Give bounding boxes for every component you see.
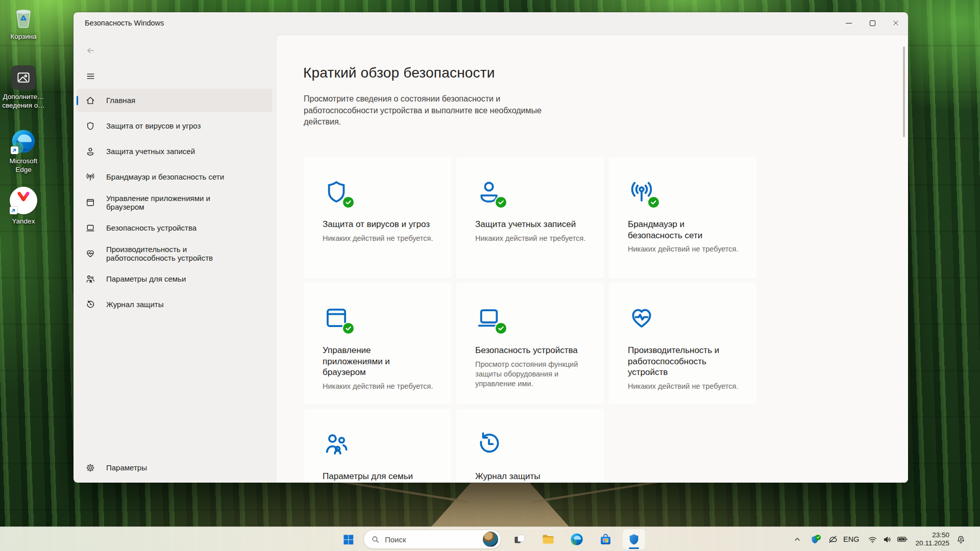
menu-button[interactable]: [82, 68, 99, 84]
edge-icon: [570, 533, 583, 546]
search-box[interactable]: Поиск: [363, 530, 501, 549]
person-icon: [85, 146, 95, 157]
desktop-icon-label: Edge: [0, 165, 47, 174]
sidebar-item-firewall-network[interactable]: Брандмауэр и безопасность сети: [77, 165, 272, 189]
card-virus-threat-protection[interactable]: Защита от вирусов и угроз Никаких действ…: [303, 157, 452, 279]
store-icon: [599, 533, 612, 546]
card-title: Производительность и работоспособность у…: [628, 345, 742, 378]
heart-pulse-icon: [628, 304, 655, 332]
sidebar-item-virus-threat-protection[interactable]: Защита от вирусов и угроз: [77, 114, 272, 138]
search-highlight-avatar[interactable]: [483, 532, 498, 547]
tray-security-icon[interactable]: [808, 535, 821, 544]
sidebar-item-settings[interactable]: Параметры: [77, 456, 272, 480]
history-icon: [475, 430, 503, 458]
ok-check-icon: [647, 196, 660, 209]
sidebar-item-label: Управление приложениями и: [106, 194, 210, 203]
card-status: Никаких действий не требуется.: [475, 234, 589, 243]
desktop-icon-label: Microsoft: [0, 157, 47, 165]
sidebar-item-label: Главная: [106, 96, 135, 105]
card-title: Защита учетных записей: [475, 219, 589, 230]
windows-security-button[interactable]: [623, 529, 645, 549]
start-button[interactable]: [337, 529, 359, 549]
tray-language[interactable]: ENG: [843, 535, 859, 543]
file-explorer-button[interactable]: [537, 529, 559, 549]
laptop-icon: [85, 223, 95, 233]
desktop-icon-label: Корзина: [0, 32, 47, 41]
network-icon: [85, 172, 95, 182]
card-title: Брандмауэр и безопасность сети: [628, 219, 742, 241]
maximize-button[interactable]: [861, 13, 884, 33]
card-app-browser-control[interactable]: Управление приложениями и браузером Ника…: [303, 283, 452, 405]
microsoft-store-button[interactable]: [594, 529, 617, 549]
sidebar-item-label: Параметры для семьи: [106, 274, 186, 283]
sidebar-item-protection-history[interactable]: Журнал защиты: [77, 293, 272, 316]
desktop-icon-recycle-bin[interactable]: Корзина: [0, 4, 47, 41]
sidebar-item-home[interactable]: Главная: [77, 89, 272, 112]
desktop-icon-label: Дополните…: [0, 92, 47, 101]
card-title: Журнал защиты: [475, 471, 589, 482]
edge-button[interactable]: [566, 529, 588, 549]
sidebar-item-family-options[interactable]: Параметры для семьи: [77, 267, 272, 291]
sidebar-item-label: Безопасность устройства: [106, 223, 197, 232]
sidebar-item-label: Защита учетных записей: [106, 147, 195, 156]
wifi-icon[interactable]: [866, 535, 878, 544]
family-icon: [85, 274, 95, 284]
tray-date: 20.11.2025: [915, 539, 949, 548]
folder-icon: [542, 533, 555, 546]
task-view-button[interactable]: [508, 529, 531, 549]
card-protection-history[interactable]: Журнал защиты: [456, 409, 604, 483]
sidebar-item-device-performance-health[interactable]: Производительность и работоспособность у…: [77, 242, 272, 265]
network-icon: [628, 178, 655, 206]
notification-bell-icon[interactable]: [954, 535, 967, 544]
tray-onedrive-icon[interactable]: [826, 534, 839, 545]
tray-chevron-up[interactable]: [791, 535, 803, 543]
volume-icon[interactable]: [881, 535, 893, 544]
picture-info-icon: [11, 65, 36, 90]
desktop-icon-label: Yandex: [0, 217, 47, 226]
sidebar-item-account-protection[interactable]: Защита учетных записей: [77, 140, 272, 163]
card-device-performance-health[interactable]: Производительность и работоспособность у…: [608, 283, 757, 405]
recycle-bin-icon: [11, 4, 36, 30]
sidebar-item-label: работоспособность устройств: [106, 254, 213, 263]
close-button[interactable]: [884, 13, 908, 33]
card-status: Никаких действий не требуется.: [323, 382, 436, 391]
minimize-button[interactable]: [837, 13, 861, 33]
sidebar-item-label: Журнал защиты: [106, 300, 164, 309]
shield-icon: [85, 121, 95, 131]
sidebar-item-label: Защита от вирусов и угроз: [106, 121, 201, 130]
desktop-icon-spotlight-info[interactable]: Дополните… сведения о…: [0, 65, 47, 110]
ok-check-icon: [342, 196, 355, 209]
taskbar-center-group: Поиск: [337, 529, 645, 549]
ok-check-icon: [495, 322, 507, 335]
desktop-icon-yandex[interactable]: Yandex: [0, 187, 47, 226]
back-button[interactable]: [82, 43, 99, 58]
card-account-protection[interactable]: Защита учетных записей Никаких действий …: [456, 157, 604, 279]
window-controls: [837, 13, 908, 33]
card-firewall-network[interactable]: Брандмауэр и безопасность сети Никаких д…: [608, 157, 757, 279]
card-title: Управление приложениями и браузером: [323, 345, 436, 378]
card-title: Параметры для семьи: [323, 471, 436, 482]
desktop-icon-microsoft-edge[interactable]: Microsoft Edge: [0, 129, 47, 174]
battery-icon[interactable]: [895, 534, 909, 545]
card-status: Никаких действий не требуется.: [628, 382, 742, 391]
content-pane: Краткий обзор безопасности Просмотрите с…: [276, 35, 908, 483]
shortcut-arrow-icon: [11, 146, 18, 154]
desktop-icon-label: сведения о…: [0, 101, 47, 110]
search-placeholder: Поиск: [385, 535, 406, 544]
ok-check-icon: [495, 196, 507, 209]
scrollbar-thumb[interactable]: [903, 46, 905, 137]
sidebar-item-device-security[interactable]: Безопасность устройства: [77, 216, 272, 240]
card-status: Никаких действий не требуется.: [628, 244, 742, 254]
card-device-security[interactable]: Безопасность устройства Просмотр состоян…: [456, 283, 604, 405]
sidebar-item-label: браузером: [106, 203, 210, 212]
tray-clock[interactable]: 23:50 20.11.2025: [915, 531, 949, 548]
sidebar-item-app-browser-control[interactable]: Управление приложениями и браузером: [77, 191, 272, 214]
security-shield-icon: [627, 533, 641, 546]
card-family-options[interactable]: Параметры для семьи: [303, 409, 452, 483]
history-icon: [85, 299, 95, 310]
card-title: Защита от вирусов и угроз: [323, 219, 436, 230]
shortcut-arrow-icon: [10, 207, 17, 214]
taskbar: Поиск: [0, 527, 980, 551]
sidebar: Главная Защита от вирусов и угроз Защита…: [77, 89, 272, 318]
ok-check-icon: [342, 322, 355, 335]
